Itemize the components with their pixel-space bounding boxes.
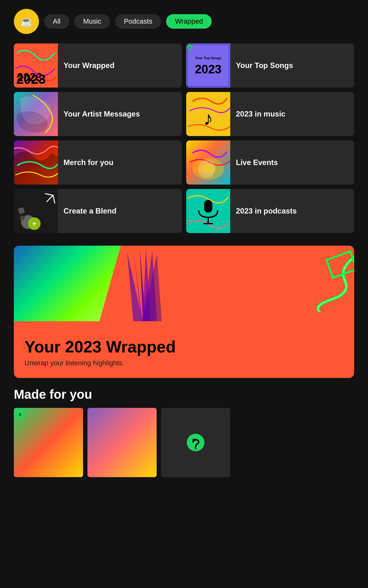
- card-label-2023-in-music: 2023 in music: [236, 110, 354, 118]
- svg-text:2023: 2023: [16, 72, 46, 87]
- svg-rect-35: [87, 408, 157, 477]
- thumb-merch-for-you: [14, 140, 58, 185]
- svg-rect-20: [20, 215, 25, 220]
- card-label-your-wrapped: Your Wrapped: [64, 61, 182, 70]
- card-create-blend[interactable]: + Create a Blend: [14, 189, 182, 233]
- card-label-2023-in-podcasts: 2023 in podcasts: [236, 207, 354, 215]
- svg-text:S: S: [19, 413, 21, 416]
- svg-point-14: [201, 164, 215, 174]
- card-2023-in-podcasts[interactable]: 2023 in podcasts: [186, 189, 354, 233]
- svg-text:Your Top Songs: Your Top Songs: [195, 56, 221, 60]
- made-for-you-card-2[interactable]: [87, 408, 157, 477]
- filter-podcasts[interactable]: Podcasts: [115, 14, 161, 29]
- made-for-you-card-3[interactable]: S: [161, 408, 230, 477]
- svg-text:S: S: [189, 46, 191, 49]
- filter-wrapped[interactable]: Wrapped: [166, 14, 212, 29]
- thumb-2023-in-podcasts: [186, 189, 230, 233]
- svg-rect-31: [326, 251, 354, 278]
- hero-text-area: Your 2023 Wrapped Unwrap your listening …: [14, 329, 354, 378]
- made-for-you-title: Made for you: [0, 387, 368, 402]
- made-for-you-card-1[interactable]: S: [14, 408, 83, 477]
- card-2023-in-music[interactable]: ♪ 2023 in music: [186, 92, 354, 136]
- svg-text:S: S: [195, 447, 197, 450]
- filter-all[interactable]: All: [44, 14, 69, 29]
- playlist-grid: 2023 Your Wrapped Your Top Songs 2023 S …: [0, 40, 368, 239]
- thumb-create-blend: +: [14, 189, 58, 233]
- card-your-top-songs[interactable]: Your Top Songs 2023 S Your Top Songs: [186, 43, 354, 88]
- svg-rect-22: [204, 200, 212, 213]
- card-your-wrapped[interactable]: 2023 Your Wrapped: [14, 43, 182, 88]
- thumb-your-wrapped: 2023: [14, 43, 58, 88]
- thumb-artist-messages: [14, 92, 58, 136]
- hero-subtitle: Unwrap your listening highlights.: [25, 359, 343, 367]
- card-live-events[interactable]: Live Events: [186, 140, 354, 185]
- svg-rect-32: [14, 408, 83, 477]
- card-label-your-top-songs: Your Top Songs: [236, 61, 354, 70]
- filter-music[interactable]: Music: [74, 14, 110, 29]
- card-label-live-events: Live Events: [236, 158, 354, 167]
- card-merch-for-you[interactable]: Merch for you: [14, 140, 182, 185]
- nav-bar: ☕ All Music Podcasts Wrapped: [0, 0, 368, 40]
- card-label-create-blend: Create a Blend: [64, 207, 182, 215]
- card-label-merch-for-you: Merch for you: [64, 158, 182, 167]
- card-label-artist-messages: Your Artist Messages: [64, 110, 182, 118]
- thumb-live-events: [186, 140, 230, 185]
- hero-title: Your 2023 Wrapped: [25, 338, 343, 356]
- made-for-you-cards: S S: [0, 408, 368, 477]
- hero-art: [14, 246, 354, 328]
- thumb-2023-in-music: ♪: [186, 92, 230, 136]
- thumb-your-top-songs: Your Top Songs 2023 S: [186, 43, 230, 88]
- avatar[interactable]: ☕: [14, 9, 39, 34]
- hero-banner[interactable]: Your 2023 Wrapped Unwrap your listening …: [14, 246, 354, 378]
- svg-text:2023: 2023: [195, 63, 222, 76]
- svg-text:+: +: [32, 220, 36, 228]
- card-artist-messages[interactable]: Your Artist Messages: [14, 92, 182, 136]
